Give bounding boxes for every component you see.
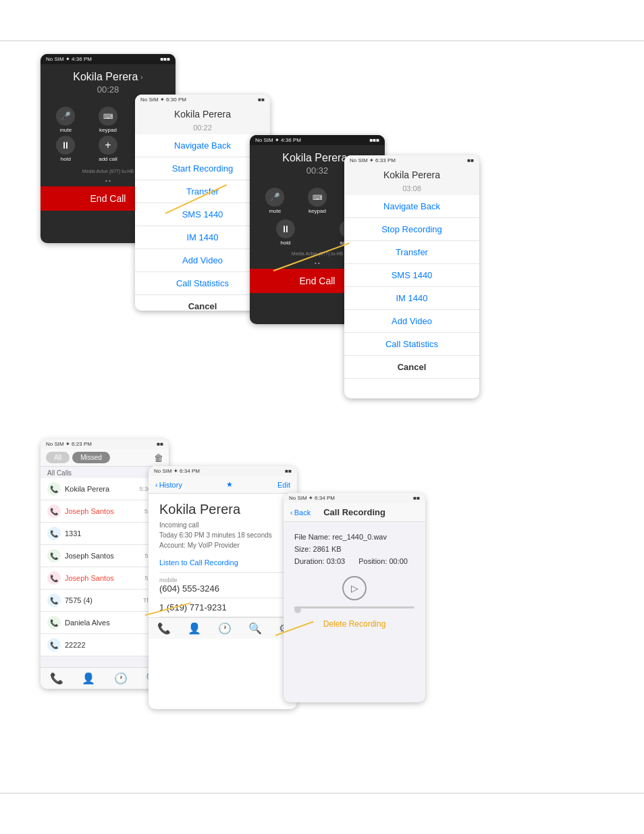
- call-statistics-item-4[interactable]: Call Statistics: [344, 333, 479, 356]
- history-name-7: Daniela Alves: [65, 619, 144, 627]
- chevron-icon-1: ›: [140, 74, 142, 81]
- caller-name-1: Kokila Perera ›: [46, 71, 170, 83]
- add-call-button-1[interactable]: + add call: [88, 136, 128, 162]
- back-chevron-icon: ‹: [155, 481, 158, 489]
- outgoing-icon-8: 📞: [47, 638, 61, 652]
- navigate-back-item-4[interactable]: Navigate Back: [344, 195, 479, 218]
- duration-value: Duration: 03:03: [294, 557, 345, 565]
- contact-favorite-icon[interactable]: ★: [226, 480, 233, 489]
- status-text-4: No SIM ✦ 6:33 PM: [350, 157, 396, 163]
- contact-detail-screen: No SIM ✦ 6:34 PM ■■ ‹ History ★ Edit Kok…: [149, 466, 297, 709]
- contact-tab-calls[interactable]: 📞: [157, 622, 171, 635]
- stop-recording-item[interactable]: Stop Recording: [344, 218, 479, 241]
- contact-bottom-tab-bar: 📞 👤 🕐 🔍 ⚙: [149, 617, 297, 639]
- menu-list-4: Navigate Back Stop Recording Transfer SM…: [344, 195, 479, 379]
- tab-clock-icon[interactable]: 🕐: [114, 672, 128, 685]
- missed-tab[interactable]: Missed: [72, 452, 110, 463]
- hold-label-1: hold: [61, 156, 71, 162]
- keypad-button-3[interactable]: ⌨ keypad: [298, 188, 338, 214]
- recording-back-chevron: ‹: [290, 509, 293, 517]
- hold-button-3[interactable]: ⏸ hold: [255, 219, 316, 246]
- call-timer-2: 00:22: [135, 124, 270, 134]
- battery-3: ■■■: [370, 137, 380, 143]
- incoming-icon-1: 📞: [47, 482, 61, 496]
- cancel-item-4[interactable]: Cancel: [344, 356, 479, 379]
- history-battery: ■■: [157, 441, 163, 447]
- contact-nav-bar: ‹ History ★ Edit: [149, 476, 297, 494]
- recording-back-button[interactable]: ‹ Back: [290, 509, 311, 517]
- add-call-label-1: add call: [99, 156, 117, 162]
- caller-name-4: Kokila Perera: [344, 165, 479, 184]
- all-tab[interactable]: All: [46, 452, 70, 463]
- section1-call-screens: No SIM ✦ 4:36 PM ■■■ Kokila Perera › 00:…: [41, 54, 594, 412]
- recording-battery: ■■: [413, 495, 420, 501]
- missed-icon-2: 📞: [47, 504, 61, 518]
- history-tab-bar: All Missed 🗑: [41, 449, 169, 467]
- mute-label-1: mute: [59, 127, 72, 133]
- tab-calls-icon[interactable]: 📞: [50, 672, 63, 685]
- file-size-row: Size: 2861 KB: [294, 545, 414, 553]
- tab-contacts-icon[interactable]: 👤: [82, 672, 95, 685]
- keypad-label-1: keypad: [99, 127, 117, 133]
- keypad-button-1[interactable]: ⌨ keypad: [88, 107, 128, 133]
- mute-label-3: mute: [269, 208, 281, 214]
- phone-label-1: mobile: [159, 577, 286, 583]
- status-bar-3: No SIM ✦ 4:36 PM ■■■: [250, 135, 385, 145]
- missed-icon-5: 📞: [47, 571, 61, 585]
- contact-status-bar: No SIM ✦ 6:34 PM ■■: [149, 466, 297, 476]
- phone-number-row-1[interactable]: mobile (604) 555-3246: [149, 573, 297, 598]
- hold-button-1[interactable]: ⏸ hold: [46, 136, 86, 162]
- recording-status-bar: No SIM ✦ 6:34 PM ■■: [284, 493, 425, 503]
- file-name-row: File Name: rec_1440_0.wav: [294, 533, 414, 541]
- history-back-button[interactable]: ‹ History: [155, 481, 182, 489]
- battery-2: ■■: [258, 97, 265, 103]
- battery-4: ■■: [467, 157, 474, 163]
- history-name-2: Joseph Santos: [65, 507, 140, 515]
- section2-history-screens: No SIM ✦ 6:23 PM ■■ All Missed 🗑 All Cal…: [41, 439, 594, 750]
- phone-value-1: (604) 555-3246: [159, 583, 286, 594]
- history-name-4: Joseph Santos: [65, 552, 140, 560]
- history-name-5: Joseph Santos: [65, 574, 140, 582]
- back-label: History: [159, 481, 182, 489]
- contact-tab-search[interactable]: 🔍: [248, 622, 262, 635]
- im-1440-item-4[interactable]: IM 1440: [344, 287, 479, 310]
- recording-content: File Name: rec_1440_0.wav Size: 2861 KB …: [284, 522, 425, 640]
- progress-thumb[interactable]: [294, 606, 301, 613]
- transfer-item-4[interactable]: Transfer: [344, 241, 479, 264]
- outgoing-icon-3: 📞: [47, 527, 61, 540]
- top-divider: [0, 41, 644, 41]
- recording-duration-row: Duration: 03:03 Position: 00:00: [294, 557, 414, 565]
- recording-title: Call Recording: [323, 507, 385, 517]
- status-text-1: No SIM ✦ 4:36 PM: [46, 56, 92, 62]
- history-status-bar: No SIM ✦ 6:23 PM ■■: [41, 439, 169, 449]
- mute-button-1[interactable]: 🎤 mute: [46, 107, 86, 133]
- contact-status-text: No SIM ✦ 6:34 PM: [154, 468, 200, 474]
- battery-1: ■■■: [161, 56, 171, 62]
- call-timer-4: 03:08: [344, 184, 479, 195]
- history-name-6: 7575 (4): [65, 596, 139, 604]
- mute-button-3[interactable]: 🎤 mute: [255, 188, 295, 214]
- contact-tab-clock[interactable]: 🕐: [218, 622, 232, 635]
- trash-icon[interactable]: 🗑: [154, 452, 163, 463]
- status-text-3: No SIM ✦ 4:36 PM: [255, 137, 301, 143]
- status-bar-2: No SIM ✦ 6:30 PM ■■: [135, 95, 270, 105]
- status-bar-1: No SIM ✦ 4:36 PM ■■■: [41, 54, 176, 64]
- delete-recording-button[interactable]: Delete Recording: [294, 619, 414, 629]
- progress-bar[interactable]: [294, 606, 414, 608]
- edit-button[interactable]: Edit: [277, 481, 290, 489]
- add-video-item-4[interactable]: Add Video: [344, 310, 479, 333]
- sms-1440-item-4[interactable]: SMS 1440: [344, 264, 479, 287]
- status-bar-4: No SIM ✦ 6:33 PM ■■: [344, 155, 479, 165]
- play-button[interactable]: ▷: [342, 576, 367, 600]
- contact-battery: ■■: [285, 468, 292, 474]
- call-recording-screen: No SIM ✦ 6:34 PM ■■ ‹ Back Call Recordin…: [284, 493, 425, 702]
- listen-recording-button[interactable]: Listen to Call Recording: [149, 556, 297, 572]
- bottom-divider: [0, 793, 644, 793]
- caller-name-2: Kokila Perera: [135, 105, 270, 124]
- history-status-text: No SIM ✦ 6:23 PM: [46, 441, 92, 447]
- contact-tab-person[interactable]: 👤: [188, 622, 201, 635]
- history-name-8: 22222: [65, 641, 158, 649]
- keypad-label-3: keypad: [308, 208, 326, 214]
- incoming-icon-7: 📞: [47, 616, 61, 629]
- history-name-3: 1331: [65, 529, 146, 538]
